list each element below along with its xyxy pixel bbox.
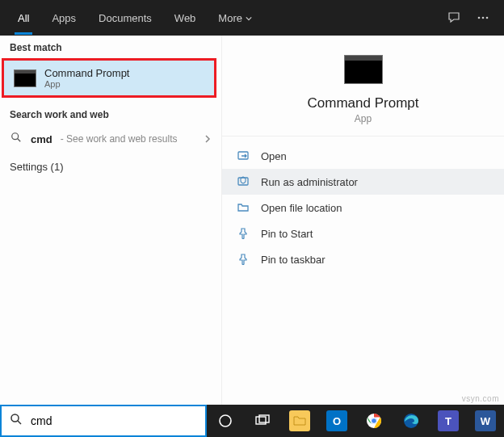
search-icon: [10, 132, 23, 146]
action-pin-to-taskbar[interactable]: Pin to taskbar: [222, 246, 504, 272]
tab-web[interactable]: Web: [163, 0, 208, 36]
preview-title: Command Prompt: [308, 95, 419, 111]
svg-line-4: [18, 139, 21, 142]
preview-actions: Open Run as administrator Open file loca…: [222, 137, 504, 279]
svg-point-3: [12, 133, 19, 140]
action-pin-to-start[interactable]: Pin to Start: [222, 221, 504, 246]
svg-point-1: [482, 17, 485, 19]
feedback-icon[interactable]: [439, 11, 468, 24]
chevron-down-icon: [246, 12, 252, 24]
chevron-right-icon: [204, 132, 212, 146]
taskbar: O T W: [0, 405, 504, 437]
word-button[interactable]: W: [467, 405, 504, 437]
admin-icon: [237, 175, 250, 188]
taskbar-search-box[interactable]: [0, 405, 207, 437]
result-preview: Command Prompt App Open Run as administr…: [222, 36, 504, 405]
more-options-icon[interactable]: [468, 11, 498, 24]
search-web-label: Search work and web: [0, 103, 221, 125]
taskbar-apps: O T W: [207, 405, 504, 437]
results-list: Best match Command Prompt App Search wor…: [0, 36, 222, 405]
search-icon: [10, 413, 23, 429]
preview-subtitle: App: [355, 113, 372, 124]
best-match-subtitle: App: [44, 79, 129, 89]
chrome-button[interactable]: [355, 405, 393, 437]
task-view-button[interactable]: [244, 405, 281, 437]
command-prompt-icon: [14, 69, 36, 87]
search-header: All Apps Documents Web More: [0, 0, 504, 36]
pin-icon: [237, 227, 250, 240]
action-open-file-location[interactable]: Open file location: [222, 195, 504, 221]
search-web-query: cmd: [31, 133, 52, 145]
svg-rect-6: [238, 178, 248, 185]
svg-point-7: [11, 414, 19, 422]
best-match-title: Command Prompt: [44, 67, 129, 79]
settings-results[interactable]: Settings (1): [0, 153, 221, 181]
tab-documents[interactable]: Documents: [87, 0, 163, 36]
command-prompt-icon: [344, 55, 383, 84]
best-match-command-prompt[interactable]: Command Prompt App: [2, 58, 216, 98]
tab-all[interactable]: All: [6, 0, 40, 36]
svg-point-9: [220, 415, 231, 426]
folder-icon: [237, 201, 250, 214]
cortana-button[interactable]: [207, 405, 244, 437]
svg-point-2: [486, 17, 489, 19]
search-web-hint: - See work and web results: [61, 133, 178, 145]
tab-apps[interactable]: Apps: [40, 0, 87, 36]
search-web-result[interactable]: cmd - See work and web results: [0, 125, 221, 153]
file-explorer-button[interactable]: [281, 405, 318, 437]
best-match-label: Best match: [0, 36, 221, 58]
search-results-panel: Best match Command Prompt App Search wor…: [0, 36, 504, 405]
open-icon: [237, 149, 250, 162]
preview-header: Command Prompt App: [222, 36, 504, 137]
tab-more[interactable]: More: [207, 0, 263, 36]
svg-point-14: [372, 418, 377, 424]
svg-line-8: [18, 421, 21, 424]
teams-button[interactable]: T: [430, 405, 467, 437]
edge-button[interactable]: [393, 405, 430, 437]
svg-point-0: [478, 17, 481, 19]
outlook-button[interactable]: O: [318, 405, 355, 437]
search-input[interactable]: [31, 414, 197, 427]
action-run-as-administrator[interactable]: Run as administrator: [222, 169, 504, 195]
action-open[interactable]: Open: [222, 143, 504, 169]
pin-icon: [237, 253, 250, 266]
